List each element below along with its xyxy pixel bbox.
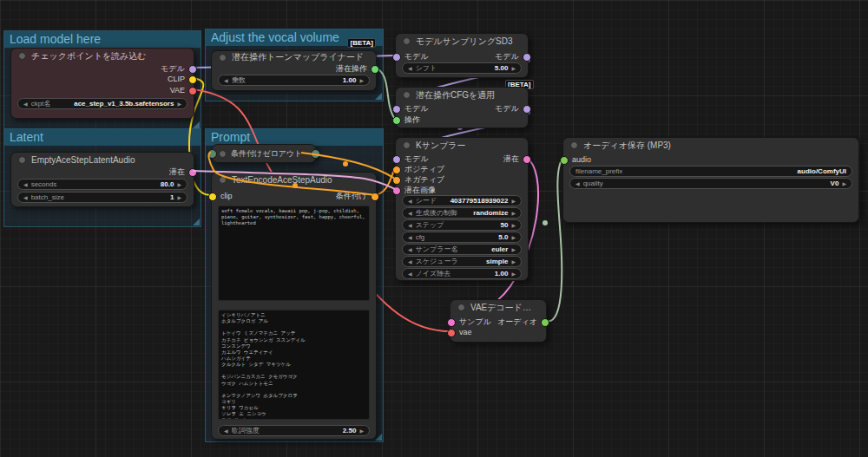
node-collapse-button[interactable] [403,141,411,149]
node-collapse-button[interactable] [457,304,465,311]
node-save-audio-mp3[interactable]: オーディオ保存 (MP3) audio filename_prefix audi… [562,137,859,223]
node-header[interactable]: Kサンプラー [396,138,528,153]
increment-arrow-icon[interactable]: ▶ [359,77,364,83]
input-slot-negative[interactable]: ネガティブ [404,174,444,185]
output-slot-latent[interactable]: 潜在 [503,153,519,164]
cfg-widget[interactable]: ◀ cfg 5.0 ▶ [402,232,522,243]
input-slot-model[interactable]: モデル [404,103,429,114]
decrement-arrow-icon[interactable]: ◀ [23,101,28,107]
node-ksampler[interactable]: Kサンプラー モデル 潜在 ポジティブ ネガティブ 潜在画像 ◀ シード 403… [395,137,529,281]
input-slot-operation[interactable]: 操作 [404,114,420,125]
slot-dot-model[interactable] [188,65,197,74]
node-collapse-button[interactable] [570,141,578,149]
input-slot-model[interactable]: モデル [404,153,429,164]
increment-arrow-icon[interactable]: ▶ [842,180,846,186]
node-latent-operation-tonemap[interactable]: 潜在操作トーンマップライナード 潜在操作 ◀ 乗数 1.00 ▶ [211,50,377,91]
slot-dot-model[interactable] [392,53,401,62]
decrement-arrow-icon[interactable]: ◀ [23,194,28,200]
increment-arrow-icon[interactable]: ▶ [359,428,364,434]
decrement-arrow-icon[interactable]: ◀ [408,246,412,252]
input-slot-clip[interactable]: clip [220,191,233,201]
input-slot-vae[interactable]: vae [459,327,472,337]
decrement-arrow-icon[interactable]: ◀ [23,181,28,187]
tags-textarea[interactable]: soft female vocals, kawaii pop, j-pop, c… [218,206,370,301]
node-header[interactable]: オーディオ保存 (MP3) [563,138,858,153]
denoise-widget[interactable]: ◀ ノイズ除去 1.00 ▶ [402,268,522,279]
slot-dot-audio[interactable] [541,318,549,327]
node-collapse-button[interactable] [403,91,411,99]
slot-dot-model[interactable] [523,105,531,114]
output-slot-model[interactable]: モデル [495,103,519,114]
decrement-arrow-icon[interactable]: ◀ [224,428,228,434]
decrement-arrow-icon[interactable]: ◀ [408,234,412,240]
output-slot-model[interactable]: モデル [495,51,519,62]
node-collapse-button[interactable] [18,52,26,60]
slot-dot-model[interactable] [392,155,401,164]
input-slot-audio[interactable]: audio [572,154,591,165]
node-header[interactable]: VAEデコード… [450,300,546,315]
output-slot-model[interactable]: モデル [161,63,185,74]
shift-widget[interactable]: ◀ シフト 5.00 ▶ [402,62,522,74]
group-latent-header[interactable]: Latent [4,129,201,146]
increment-arrow-icon[interactable]: ▶ [511,234,516,240]
node-conditioning-zero-out[interactable]: 条件付けゼロアウト [211,144,317,163]
slot-dot-conditioning[interactable] [392,176,401,185]
steps-widget[interactable]: ◀ ステップ 50 ▶ [402,219,522,231]
decrement-arrow-icon[interactable]: ◀ [575,180,580,186]
output-slot-audio[interactable]: オーディオ [497,317,537,327]
node-latent-apply-operation-cfg[interactable]: 潜在操作CFGを適用 モデル モデル 操作 [395,87,529,128]
seconds-widget[interactable]: ◀ seconds 80.0 ▶ [17,179,187,190]
slot-dot-conditioning[interactable] [371,193,379,201]
slot-dot-latent[interactable] [447,318,456,327]
node-header[interactable]: 潜在操作CFGを適用 [396,88,528,102]
output-slot-conditioning[interactable]: 条件付け [336,191,367,201]
node-model-sampling-sd3[interactable]: モデルサンプリングSD3 モデル モデル ◀ シフト 5.00 ▶ [395,33,529,78]
output-slot-latent-operation[interactable]: 潜在操作 [336,63,367,74]
node-text-encode-ace-step-audio[interactable]: TextEncodeAceStepAudio clip 条件付け soft fe… [211,172,377,440]
group-resize-handle[interactable] [193,121,200,128]
node-vae-decode[interactable]: VAEデコード… サンプル オーディオ vae [450,299,547,343]
input-slot-latent-image[interactable]: 潜在画像 [404,185,436,195]
quality-widget[interactable]: ◀ quality V0 ▶ [569,178,852,189]
slot-dot-vae[interactable] [188,87,197,95]
decrement-arrow-icon[interactable]: ◀ [224,77,228,83]
multiplier-widget[interactable]: ◀ 乗数 1.00 ▶ [218,75,370,86]
node-header[interactable]: 潜在操作トーンマップライナード [212,51,376,63]
increment-arrow-icon[interactable]: ▶ [511,198,516,204]
node-header[interactable]: モデルサンプリングSD3 [396,34,528,49]
increment-arrow-icon[interactable]: ▶ [177,194,181,200]
node-header[interactable]: チェックポイントを読み込む [11,49,194,63]
input-slot-samples[interactable]: サンプル [459,317,491,327]
node-canvas[interactable]: { "icons": { "left_arrow": "◀", "right_a… [0,0,868,457]
lyrics-textarea[interactable]: イシキリバノアトニ ホタルブクロガ アル トケイワ ミズノマチカニ アッテ カチ… [218,310,370,420]
group-load-model-header[interactable]: Load model here [4,31,201,48]
node-empty-ace-step-latent-audio[interactable]: EmptyAceStepLatentAudio 潜在 ◀ seconds 80.… [10,152,194,207]
slot-dot-vae[interactable] [447,329,456,337]
increment-arrow-icon[interactable]: ▶ [511,222,516,228]
decrement-arrow-icon[interactable]: ◀ [408,271,412,277]
input-slot-positive[interactable]: ポジティブ [404,164,444,174]
output-slot-latent[interactable]: 潜在 [169,166,185,177]
group-resize-handle[interactable] [193,219,200,225]
slot-dot-latent-operation[interactable] [371,65,379,74]
decrement-arrow-icon[interactable]: ◀ [408,258,412,264]
input-slot-model[interactable]: モデル [404,51,429,62]
node-header[interactable]: EmptyAceStepLatentAudio [11,153,194,167]
slot-dot-clip[interactable] [188,75,197,84]
group-resize-handle[interactable] [375,93,382,100]
output-slot-clip[interactable]: CLIP [168,74,185,84]
slot-dot-latent[interactable] [392,186,401,195]
node-checkpoint-loader[interactable]: チェックポイントを読み込む モデル CLIP VAE ◀ ckpt名 ace_s… [10,48,194,119]
slot-dot-audio[interactable] [560,156,569,165]
increment-arrow-icon[interactable]: ▶ [511,210,516,216]
increment-arrow-icon[interactable]: ▶ [511,271,516,277]
input-slot-dot-conditioning[interactable] [207,149,217,159]
seed-widget[interactable]: ◀ シード 403779518939022 ▶ [402,195,522,206]
slot-dot-model[interactable] [392,105,401,114]
node-collapse-button[interactable] [219,150,227,158]
increment-arrow-icon[interactable]: ▶ [511,246,516,252]
sampler-name-widget[interactable]: ◀ サンプラー名 euler ▶ [402,244,522,255]
node-collapse-button[interactable] [18,156,26,164]
lyrics-strength-widget[interactable]: ◀ 歌詞強度 2.50 ▶ [218,425,370,436]
slot-dot-conditioning[interactable] [392,166,401,174]
